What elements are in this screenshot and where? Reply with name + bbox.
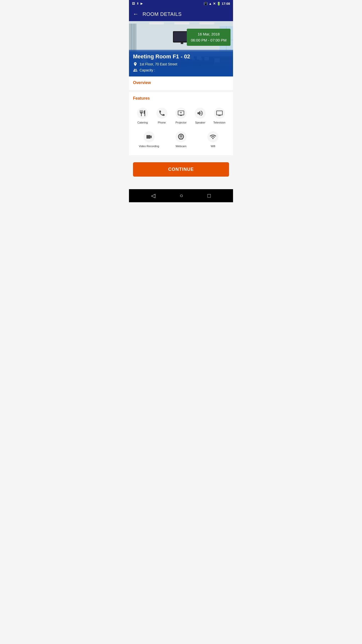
features-section: Features Catering Phone — [129, 92, 233, 155]
status-bar-icons: 🖼 ⬇ ▶ — [132, 2, 143, 5]
feature-wifi: Wifi — [197, 128, 229, 151]
overview-section: Overview — [129, 76, 233, 90]
video-recording-icon — [144, 131, 155, 142]
wifi-label: Wifi — [211, 144, 215, 148]
location-row: 1st Floor, 70 East Street — [133, 62, 229, 66]
feature-speaker: Speaker — [191, 105, 210, 127]
main-content: Overview Features Catering — [129, 76, 233, 189]
location-icon — [133, 62, 138, 66]
phone-icon — [156, 108, 167, 119]
speaker-icon — [195, 108, 206, 119]
svg-rect-16 — [181, 43, 183, 44]
home-nav-icon[interactable]: ○ — [180, 192, 183, 199]
projector-label: Projector — [175, 121, 187, 124]
room-name: Meeting Room F1 - 02 — [133, 53, 229, 60]
android-nav-bar: ◁ ○ □ — [129, 189, 233, 202]
photo-icon: 🖼 — [132, 2, 135, 5]
catering-label: Catering — [137, 121, 148, 124]
page-title: ROOM DETAILS — [143, 11, 182, 17]
feature-projector: Projector — [171, 105, 191, 127]
svg-rect-12 — [174, 22, 189, 24]
television-label: Television — [213, 121, 225, 124]
continue-button[interactable]: CONTINUE — [133, 162, 229, 177]
capacity-icon — [133, 68, 138, 72]
phone-label: Phone — [158, 121, 166, 124]
svg-rect-11 — [149, 22, 164, 24]
svg-point-40 — [180, 136, 182, 137]
projector-icon — [175, 108, 187, 119]
svg-rect-13 — [199, 22, 214, 24]
download-icon: ⬇ — [137, 2, 139, 5]
time-text: 06:00 PM - 07:00 PM — [191, 37, 227, 43]
status-bar: 🖼 ⬇ ▶ 📳 ▲ ✕ 🔋 17:08 — [129, 0, 233, 7]
wifi-signal-icon: ▲ — [209, 2, 212, 6]
features-title: Features — [133, 96, 229, 101]
continue-section: CONTINUE — [129, 157, 233, 182]
capacity-text: Capacity : — [140, 68, 155, 72]
feature-webcam: Webcam — [165, 128, 197, 151]
capacity-row: Capacity : — [133, 68, 229, 72]
speaker-label: Speaker — [195, 121, 205, 124]
play-icon: ▶ — [141, 2, 143, 5]
time-display: 17:08 — [222, 2, 230, 6]
feature-video-recording: Video Recording — [133, 128, 165, 151]
webcam-label: Webcam — [175, 144, 186, 148]
features-grid-row2: Video Recording Webcam — [133, 128, 229, 151]
webcam-icon — [175, 131, 187, 142]
feature-catering: Catering — [133, 105, 152, 127]
sim-icon: ✕ — [213, 2, 216, 6]
feature-phone: Phone — [152, 105, 171, 127]
television-icon — [214, 108, 225, 119]
overview-title: Overview — [133, 80, 229, 85]
app-bar: ← ROOM DETAILS — [129, 7, 233, 21]
date-badge: 16 Mar, 2018 06:00 PM - 07:00 PM — [187, 29, 231, 46]
vibrate-icon: 📳 — [204, 2, 208, 6]
feature-television: Television — [210, 105, 229, 127]
wifi-icon — [207, 131, 218, 142]
location-text: 1st Floor, 70 East Street — [140, 62, 177, 66]
hero-image-container: 16 Mar, 2018 06:00 PM - 07:00 PM Meeting… — [129, 21, 233, 76]
recents-nav-icon[interactable]: □ — [207, 192, 211, 199]
room-info-overlay: Meeting Room F1 - 02 1st Floor, 70 East … — [129, 50, 233, 76]
back-button[interactable]: ← — [133, 11, 139, 17]
back-nav-icon[interactable]: ◁ — [151, 192, 155, 199]
catering-icon — [137, 108, 148, 119]
spacer — [129, 182, 233, 189]
battery-icon: 🔋 — [217, 2, 221, 6]
status-bar-right: 📳 ▲ ✕ 🔋 17:08 — [204, 2, 230, 6]
video-recording-label: Video Recording — [139, 144, 159, 148]
features-grid-row1: Catering Phone Projector — [133, 105, 229, 127]
date-text: 16 Mar, 2018 — [191, 31, 227, 37]
